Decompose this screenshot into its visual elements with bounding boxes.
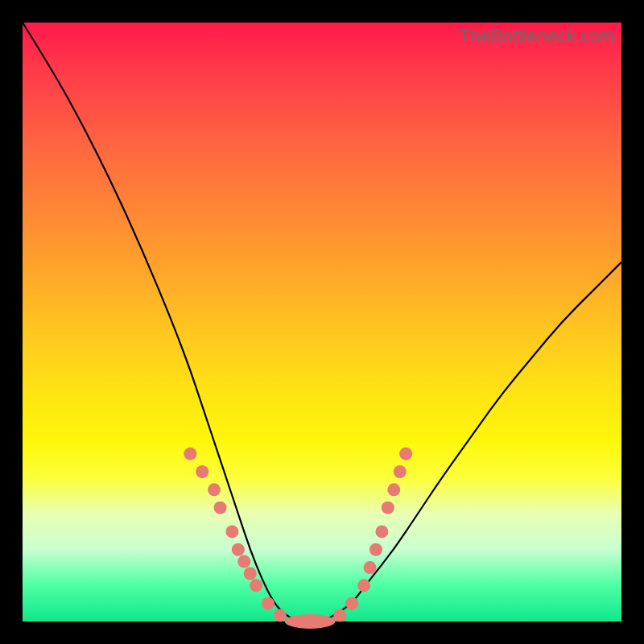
chart-plot-area: TheBottleneck.com: [23, 23, 621, 621]
marker-dot: [208, 483, 221, 496]
marker-dot: [237, 555, 250, 568]
chart-markers: [184, 448, 412, 629]
marker-dot: [244, 567, 257, 580]
bottleneck-curve-path: [23, 23, 621, 621]
marker-dot: [225, 525, 238, 538]
marker-dot: [399, 448, 412, 460]
marker-dot: [250, 579, 262, 592]
marker-dot: [214, 502, 227, 514]
marker-dot: [357, 579, 370, 592]
chart-svg: [23, 23, 621, 621]
marker-dot: [394, 465, 407, 478]
marker-lozenge: [285, 614, 336, 629]
marker-dot: [232, 543, 245, 556]
marker-dot: [369, 543, 382, 556]
marker-dot: [274, 609, 287, 622]
marker-dot: [387, 483, 400, 496]
marker-dot: [345, 597, 358, 610]
marker-dot: [184, 448, 196, 460]
chart-frame: TheBottleneck.com: [0, 0, 644, 644]
marker-dot: [196, 465, 208, 478]
marker-dot: [364, 561, 377, 574]
marker-dot: [382, 502, 394, 514]
marker-dot: [262, 597, 275, 610]
marker-dot: [375, 525, 388, 538]
marker-dot: [333, 609, 346, 622]
